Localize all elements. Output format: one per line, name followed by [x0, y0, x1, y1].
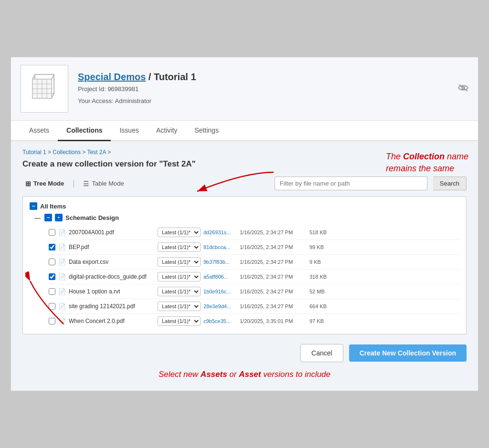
version-select-6[interactable]: Latest (1/1)* — [158, 316, 201, 326]
file-name: BEP.pdf — [69, 244, 155, 250]
bottom-prefix: Select new — [159, 370, 201, 379]
file-doc-icon: 📄 — [58, 303, 66, 310]
folder-row: — − ▪ Schematic Design — [34, 214, 459, 221]
tree-mode-icon: ⊞ — [25, 180, 31, 188]
table-row: 📄2007004A001.pdfLatest (1/1)*dd26931s...… — [49, 225, 459, 240]
file-name: When Concert 2.0.pdf — [69, 318, 155, 324]
tab-settings[interactable]: Settings — [186, 121, 227, 141]
table-row: 📄Data export.csvLatest (1/1)*9b37f83b...… — [49, 255, 459, 270]
table-row: 📄site grading 12142021.pdfLatest (1/1)*2… — [49, 299, 459, 314]
all-items-toggle[interactable]: − — [30, 202, 37, 210]
project-id: Project Id: 969839981 — [78, 84, 196, 94]
header-info: Special Demos / Tutorial 1 Project Id: 9… — [78, 72, 196, 106]
file-date: 1/16/2025, 2:34:27 PM — [240, 274, 307, 280]
version-select-5[interactable]: Latest (1/1)* — [158, 302, 201, 311]
version-select-0[interactable]: Latest (1/1)* — [158, 228, 201, 237]
version-select-3[interactable]: Latest (1/1)* — [158, 272, 201, 281]
bottom-bold2: Asset — [239, 370, 261, 379]
file-doc-icon: 📄 — [58, 273, 66, 281]
cancel-button[interactable]: Cancel — [300, 344, 343, 362]
file-date: 1/16/2025, 2:34:27 PM — [240, 259, 307, 265]
file-checkbox-4[interactable] — [49, 288, 55, 295]
file-date: 1/16/2025, 2:34:27 PM — [240, 229, 307, 235]
table-mode-button[interactable]: ☰ Table Mode — [80, 178, 127, 189]
tab-collections[interactable]: Collections — [58, 121, 111, 141]
header-title: Special Demos / Tutorial 1 — [78, 72, 196, 83]
toolbar: ⊞ Tree Mode | ☰ Table Mode Search — [22, 177, 467, 190]
file-size: 99 KB — [309, 244, 324, 250]
file-checkbox-1[interactable] — [49, 244, 55, 250]
file-checkbox-5[interactable] — [49, 303, 55, 310]
file-name: House 1 option a.rvt — [69, 288, 155, 295]
file-doc-icon: 📄 — [58, 229, 66, 236]
breadcrumb-sep3: > — [107, 149, 111, 156]
version-select-4[interactable]: Latest (1/1)* — [158, 287, 201, 296]
tab-assets[interactable]: Assets — [21, 121, 58, 141]
all-items-row: − All Items — [30, 202, 459, 210]
file-hash: 9b37f83b... — [203, 259, 237, 265]
tree-mode-button[interactable]: ⊞ Tree Mode — [22, 178, 67, 189]
file-size: 518 KB — [309, 229, 327, 235]
file-checkbox-6[interactable] — [49, 318, 55, 324]
table-row: 📄When Concert 2.0.pdfLatest (1/1)*c9b5ce… — [49, 314, 459, 328]
breadcrumb-tutorial[interactable]: Tutorial 1 — [22, 149, 46, 156]
file-list: 📄2007004A001.pdfLatest (1/1)*dd26931s...… — [49, 225, 459, 328]
file-name: Data export.csv — [69, 259, 155, 265]
tab-issues[interactable]: Issues — [111, 121, 147, 141]
logo-icon — [28, 72, 61, 105]
breadcrumb-collections[interactable]: Collections — [53, 149, 81, 156]
file-hash: dd26931s... — [203, 229, 237, 235]
create-button[interactable]: Create New Collection Version — [349, 344, 467, 362]
table-row: 📄BEP.pdfLatest (1/1)*81dcbcca...1/16/202… — [49, 240, 459, 255]
file-hash: 1b0e916c... — [203, 289, 237, 294]
mode-separator: | — [73, 179, 74, 188]
access-label: Your Access: Administrator — [78, 96, 196, 106]
file-doc-icon: 📄 — [58, 244, 66, 251]
bottom-bold1: Assets — [201, 370, 227, 379]
file-checkbox-3[interactable] — [49, 273, 55, 280]
file-name: site grading 12142021.pdf — [69, 303, 155, 310]
header: Special Demos / Tutorial 1 Project Id: 9… — [11, 57, 478, 121]
file-size: 97 KB — [309, 318, 324, 324]
file-size: 664 KB — [309, 303, 327, 309]
breadcrumb-test2a[interactable]: Test 2A — [87, 149, 106, 156]
file-size: 52 MB — [309, 289, 325, 294]
tree-mode-label: Tree Mode — [33, 180, 64, 187]
annotation-bold: Collection — [403, 152, 445, 161]
project-name: Tutorial 1 — [154, 72, 196, 82]
project-logo — [21, 65, 68, 113]
folder-icon: ▪ — [55, 214, 63, 221]
page-body: The Collection nameremains the same Tuto… — [11, 141, 478, 391]
file-checkbox-0[interactable] — [49, 229, 55, 236]
file-date: 1/20/2025, 3:35:01 PM — [240, 318, 307, 324]
table-row: 📄digital-practice-docs_guide.pdfLatest (… — [49, 270, 459, 284]
table-mode-icon: ☰ — [83, 180, 89, 188]
title-separator: / — [149, 72, 154, 82]
search-button[interactable]: Search — [433, 177, 467, 190]
annotation-prefix: The — [386, 152, 403, 161]
filter-input[interactable] — [275, 177, 427, 190]
file-size: 9 KB — [309, 259, 321, 265]
file-date: 1/16/2025, 2:34:27 PM — [240, 244, 307, 250]
footer: Cancel Create New Collection Version — [22, 344, 467, 362]
file-name: digital-practice-docs_guide.pdf — [69, 273, 155, 280]
file-doc-icon: 📄 — [58, 288, 66, 295]
folder-dash: — — [34, 214, 41, 221]
version-select-2[interactable]: Latest (1/1)* — [158, 257, 201, 267]
folder-toggle[interactable]: − — [44, 214, 52, 221]
table-mode-label: Table Mode — [92, 180, 124, 187]
main-container: Special Demos / Tutorial 1 Project Id: 9… — [11, 57, 478, 391]
project-link[interactable]: Special Demos — [78, 72, 146, 82]
file-size: 318 KB — [309, 274, 327, 280]
file-checkbox-2[interactable] — [49, 259, 55, 265]
bottom-middle: or — [227, 370, 239, 379]
breadcrumb-sep2: > — [82, 149, 87, 156]
tab-activity[interactable]: Activity — [148, 121, 186, 141]
file-name: 2007004A001.pdf — [69, 229, 155, 236]
visibility-icon[interactable] — [458, 83, 468, 94]
file-date: 1/16/2025, 2:34:27 PM — [240, 289, 307, 294]
file-hash: a5aff806... — [203, 274, 237, 280]
breadcrumb-sep1: > — [48, 149, 53, 156]
top-annotation: The Collection nameremains the same — [386, 151, 468, 175]
version-select-1[interactable]: Latest (1/1)* — [158, 242, 201, 252]
